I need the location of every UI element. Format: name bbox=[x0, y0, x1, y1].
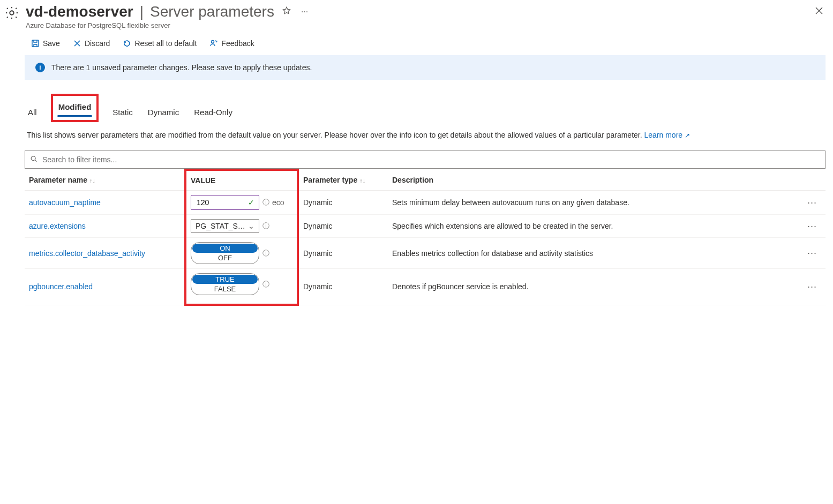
info-icon: i bbox=[35, 63, 45, 72]
chevron-down-icon: ⌄ bbox=[248, 222, 254, 230]
header-more-button[interactable]: ··· bbox=[299, 5, 310, 19]
close-button[interactable] bbox=[813, 4, 826, 20]
page-title: Server parameters bbox=[150, 3, 274, 20]
toolbar: Save Discard Reset all to default Feedba… bbox=[4, 29, 826, 55]
close-icon bbox=[815, 6, 823, 15]
tab-dynamic[interactable]: Dynamic bbox=[147, 104, 180, 122]
col-parameter-name[interactable]: Parameter name↑↓ bbox=[25, 170, 185, 191]
save-icon bbox=[31, 39, 40, 48]
check-icon: ✓ bbox=[248, 198, 254, 207]
unsaved-alert: i There are 1 unsaved parameter changes.… bbox=[25, 55, 826, 80]
tab-modified[interactable]: Modified bbox=[57, 99, 93, 117]
favorite-button[interactable] bbox=[280, 4, 294, 20]
external-link-icon: ↗ bbox=[685, 132, 690, 139]
row-more-button[interactable]: ··· bbox=[799, 269, 826, 305]
parameter-type: Dynamic bbox=[298, 215, 388, 238]
search-input[interactable] bbox=[25, 151, 826, 169]
parameter-description: Enables metrics collection for database … bbox=[388, 238, 799, 269]
tab-static[interactable]: Static bbox=[111, 104, 134, 122]
unit-fragment: eco bbox=[272, 198, 284, 207]
value-text-input[interactable]: ✓ bbox=[191, 195, 259, 210]
row-more-button[interactable]: ··· bbox=[799, 238, 826, 269]
server-name: vd-demoserver bbox=[26, 3, 133, 20]
parameter-type: Dynamic bbox=[298, 191, 388, 215]
row-more-button[interactable]: ··· bbox=[799, 215, 826, 238]
discard-button[interactable]: Discard bbox=[72, 37, 111, 50]
col-description: Description bbox=[388, 170, 799, 191]
parameter-description: Sets minimum delay between autovacuum ru… bbox=[388, 191, 799, 215]
table-row: pgbouncer.enabled TRUE FALSE ⓘ Dynamic D… bbox=[25, 269, 826, 305]
tab-all[interactable]: All bbox=[27, 104, 38, 122]
svg-rect-1 bbox=[32, 40, 39, 47]
alert-text: There are 1 unsaved parameter changes. P… bbox=[51, 63, 312, 72]
x-icon bbox=[73, 39, 81, 48]
parameter-description: Denotes if pgBouncer service is enabled. bbox=[388, 269, 799, 305]
parameter-link[interactable]: azure.extensions bbox=[29, 222, 86, 230]
table-row: metrics.collector_database_activity ON O… bbox=[25, 238, 826, 269]
info-icon[interactable]: ⓘ bbox=[262, 198, 270, 207]
row-more-button[interactable]: ··· bbox=[799, 191, 826, 215]
svg-point-2 bbox=[212, 41, 214, 43]
table-row: autovacuum_naptime ✓ ⓘ eco Dynamic Sets … bbox=[25, 191, 826, 215]
svg-point-0 bbox=[10, 11, 13, 14]
reset-button[interactable]: Reset all to default bbox=[122, 37, 198, 50]
tab-description: This list shows server parameters that a… bbox=[25, 122, 826, 151]
feedback-button[interactable]: Feedback bbox=[208, 37, 255, 50]
tab-readonly[interactable]: Read-Only bbox=[193, 104, 234, 122]
tab-row: All Modified Static Dynamic Read-Only bbox=[25, 91, 826, 122]
value-toggle[interactable]: ON OFF bbox=[191, 242, 259, 264]
col-parameter-type[interactable]: Parameter type↑↓ bbox=[298, 170, 388, 191]
parameter-link[interactable]: pgbouncer.enabled bbox=[29, 282, 93, 291]
sort-icon: ↑↓ bbox=[89, 177, 95, 184]
col-value: VALUE bbox=[185, 170, 298, 191]
more-icon: ··· bbox=[301, 7, 308, 16]
parameters-table: Parameter name↑↓ VALUE Parameter type↑↓ … bbox=[25, 169, 826, 306]
info-icon[interactable]: ⓘ bbox=[262, 249, 270, 258]
parameter-type: Dynamic bbox=[298, 238, 388, 269]
learn-more-link[interactable]: Learn more ↗ bbox=[644, 131, 690, 139]
info-icon[interactable]: ⓘ bbox=[262, 280, 270, 289]
gear-icon bbox=[4, 5, 19, 22]
sort-icon: ↑↓ bbox=[359, 177, 365, 184]
parameter-description: Specifies which extensions are allowed t… bbox=[388, 215, 799, 238]
star-icon bbox=[282, 6, 291, 16]
parameter-link[interactable]: autovacuum_naptime bbox=[29, 198, 101, 207]
subtitle: Azure Database for PostgreSQL flexible s… bbox=[26, 21, 826, 29]
save-button[interactable]: Save bbox=[30, 37, 61, 50]
feedback-icon bbox=[209, 39, 218, 48]
value-toggle[interactable]: TRUE FALSE bbox=[191, 273, 259, 295]
search-icon bbox=[30, 155, 37, 164]
svg-point-3 bbox=[31, 156, 35, 161]
info-icon[interactable]: ⓘ bbox=[262, 221, 270, 231]
reset-icon bbox=[123, 39, 131, 48]
parameter-link[interactable]: metrics.collector_database_activity bbox=[29, 249, 145, 258]
table-row: azure.extensions PG_STAT_S… ⌄ ⓘ Dynamic … bbox=[25, 215, 826, 238]
parameter-type: Dynamic bbox=[298, 269, 388, 305]
value-select[interactable]: PG_STAT_S… ⌄ bbox=[191, 219, 259, 233]
title-separator: | bbox=[140, 3, 144, 20]
